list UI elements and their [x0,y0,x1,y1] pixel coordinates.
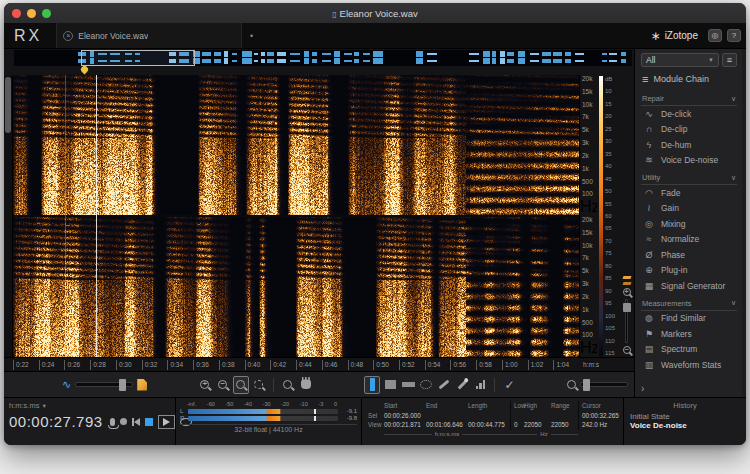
time-axis: 0:220:240:260:280:300:320:340:360:380:40… [4,357,634,371]
section-header-utility[interactable]: Utility ∨ [641,172,737,185]
module-chain-item[interactable]: ≡ Module Chain [642,73,737,85]
spectrogram-panels[interactable] [13,75,579,357]
stop-icon[interactable] [145,418,153,426]
play-button[interactable] [158,415,175,429]
utility-modules: ◠ Fade ≀ Gain ◎ Mixing [641,185,737,294]
help-button[interactable]: ? [727,29,741,42]
spectrogram-handle-icon[interactable] [622,276,631,279]
module-item-label: De-click [661,109,691,119]
vertical-zoom-in-icon[interactable]: + [623,288,631,296]
wand-selection-tool[interactable] [454,376,470,394]
fade-icon: ◠ [643,188,655,198]
frequency-tick-label: 20k [582,76,597,83]
colorbar-scale: dB 1015202530354045505560657075808590951… [605,76,619,356]
zoom-lasso-tool[interactable] [251,376,267,394]
tab-label: Eleanor Voice.wav [78,31,148,41]
section-header-repair[interactable]: Repair ∨ [641,93,737,106]
zoom-selection-icon [236,380,245,389]
module-item[interactable]: ≈ Normalize [641,232,737,248]
db-tick-label: 30 [605,138,619,144]
frequency-tick-label: 5k [582,268,597,275]
selection-marker-flag[interactable] [80,65,90,75]
waveform-blend-icon[interactable]: ∿ [62,378,71,391]
module-item[interactable]: ∩ De-clip [641,122,737,138]
module-item-label: De-clip [661,124,687,134]
module-item[interactable]: ⚑ Markers [641,326,737,342]
overview-zoom-handle[interactable] [583,379,590,391]
blend-slider-handle[interactable] [119,379,126,391]
close-tab-icon[interactable]: × [63,31,73,41]
return-to-start-icon[interactable] [132,418,140,426]
confirm-selection-tool[interactable]: ✓ [501,376,517,394]
spectrogram-handle-icon[interactable] [622,282,631,285]
history-item-current[interactable]: Voice De-noise [630,421,740,430]
vertical-zoom-out-icon[interactable]: − [623,346,631,354]
brush-selection-tool[interactable] [436,376,452,394]
module-list-view-button[interactable]: ≡ [722,53,737,67]
module-item-label: Phase [661,250,685,260]
marker-ruler[interactable] [14,66,634,75]
frequency-unit-label: Hz [580,339,597,357]
waveform-spectrogram-blend-slider[interactable] [75,382,133,387]
module-item[interactable]: Ø Phase [641,247,737,263]
adjust-selection-tool[interactable] [472,376,488,394]
module-filter-dropdown[interactable]: All ▼ [641,53,719,67]
meter-scale-label: -60 [207,401,215,407]
zoom-out-tool[interactable]: − [215,376,231,394]
vertical-zoom-slider[interactable] [625,299,628,343]
time-unit-footer: h:m:s.ms [435,431,459,437]
confirm-icon: ✓ [504,378,514,392]
time-selection-tool[interactable] [364,376,380,394]
level-meters-section[interactable]: -inf.-60-50-40-30-20-10-30 L -9.1 R -9.8… [176,398,362,445]
cursor-time-value: 00:00:32.265 [578,411,618,421]
module-chain-icon: ≡ [642,73,648,85]
playhead-line[interactable] [96,75,97,357]
module-item[interactable]: ≋ Voice De-noise [641,153,737,169]
frequency-tick-label: 3k [582,140,597,147]
file-tab[interactable]: × Eleanor Voice.wav • [56,23,242,48]
sidebar-expand-button[interactable]: › [641,383,644,394]
overview-strip[interactable] [14,50,632,66]
cursor-frequency-value: 242.0 Hz [578,420,618,430]
meter-scale-label: 0 [334,401,337,407]
colorbar-gradient [599,76,603,356]
module-item[interactable]: ▤ Spectrum [641,342,737,358]
settings-button[interactable]: ◎ [708,29,722,42]
vertical-scrollbar-thumb[interactable] [5,77,11,133]
overview-zoom-slider[interactable] [580,382,628,387]
module-item[interactable]: ▥ Waveform Stats [641,357,737,373]
spectrogram-left-channel[interactable] [13,75,579,215]
zoom-in-tool[interactable]: + [197,376,213,394]
module-item[interactable]: ≀ Gain [641,201,737,217]
section-header-measurements[interactable]: Measurements ∨ [641,298,737,311]
rectangle-selection-tool[interactable] [382,376,398,394]
history-item[interactable]: Initial State [630,412,740,421]
overview-view-region[interactable] [81,50,195,66]
module-item[interactable]: ϟ De-hum [641,137,737,153]
module-item[interactable]: ◎ Mixing [641,216,737,232]
spectrogram-right-channel[interactable] [13,217,579,357]
spectrogram-blend-icon[interactable] [137,379,147,391]
microphone-icon[interactable] [110,418,115,426]
module-item[interactable]: ▦ Signal Generator [641,278,737,294]
lasso-selection-tool[interactable] [418,376,434,394]
hand-tool[interactable] [298,376,314,394]
module-item[interactable]: ◍ Find Similar [641,311,737,327]
frequency-selection-tool[interactable] [400,376,416,394]
record-icon[interactable] [120,418,127,425]
zoom-selection-tool[interactable] [233,376,249,394]
module-item[interactable]: ∿ De-click [641,106,737,122]
module-item-label: Voice De-noise [661,155,718,165]
history-panel[interactable]: History Initial State Voice De-noise [624,398,746,445]
tab-modified-indicator: • [250,31,253,41]
vertical-zoom-slider-handle[interactable] [623,303,631,312]
time-format-selector[interactable]: h:m:s.ms ▼ [9,401,170,410]
selection-start-line [65,75,66,357]
overview-zoom-icon[interactable] [567,380,576,389]
module-item[interactable]: ◠ Fade [641,185,737,201]
db-tick-label: 10 [605,88,619,94]
vertical-scrollbar[interactable] [4,75,13,357]
app-header: RX × Eleanor Voice.wav • ∗ iZotope ◎ ? [4,23,746,49]
module-item[interactable]: ⊕ Plug-in [641,263,737,279]
magnifier-tool[interactable] [280,376,296,394]
